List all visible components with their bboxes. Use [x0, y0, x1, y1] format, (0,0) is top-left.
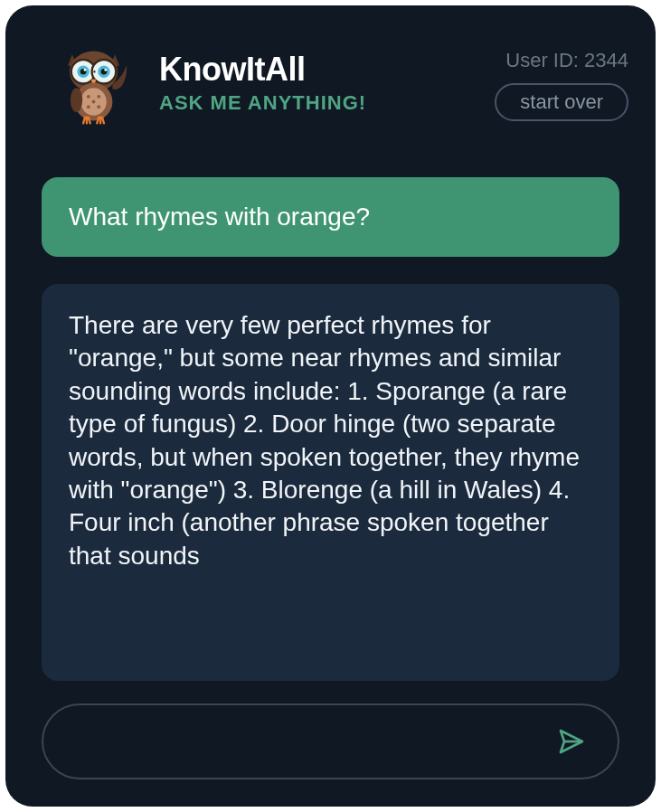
messages-container: What rhymes with orange? There are very … [33, 177, 628, 681]
input-area [33, 703, 628, 779]
user-id-label: User ID: 2344 [505, 49, 628, 72]
message-input[interactable] [75, 730, 543, 753]
svg-point-15 [87, 105, 90, 109]
svg-point-12 [87, 95, 90, 99]
input-wrapper [42, 703, 619, 779]
header-right: User ID: 2344 start over [495, 42, 628, 121]
bot-message: There are very few perfect rhymes for "o… [42, 284, 619, 681]
svg-point-17 [71, 88, 82, 112]
start-over-button[interactable]: start over [495, 83, 628, 121]
title-block: KnowItAll ASK ME ANYTHING! [159, 42, 472, 115]
send-icon [557, 727, 586, 756]
svg-point-8 [84, 69, 87, 71]
send-button[interactable] [557, 727, 586, 756]
svg-point-13 [97, 95, 100, 99]
header: KnowItAll ASK ME ANYTHING! User ID: 2344… [33, 42, 628, 127]
user-message: What rhymes with orange? [42, 177, 619, 257]
app-title: KnowItAll [159, 51, 472, 89]
app-subtitle: ASK ME ANYTHING! [159, 91, 472, 115]
chat-app-container: KnowItAll ASK ME ANYTHING! User ID: 2344… [5, 5, 656, 807]
svg-point-16 [97, 105, 100, 109]
owl-logo [51, 42, 137, 127]
svg-point-9 [104, 69, 107, 71]
svg-point-14 [92, 100, 96, 104]
